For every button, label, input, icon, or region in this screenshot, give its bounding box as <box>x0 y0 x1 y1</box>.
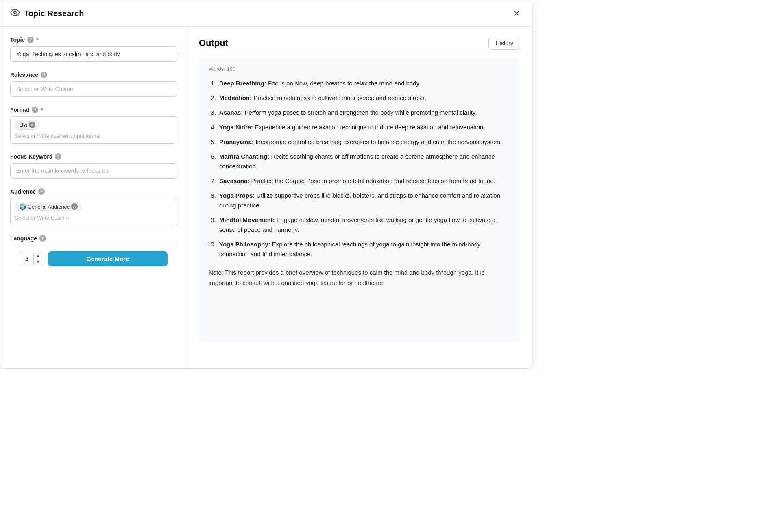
format-tag-label: List <box>19 122 27 128</box>
format-tag-list: List ✕ <box>15 120 39 130</box>
title-bar: Topic Research ✕ <box>0 0 532 27</box>
list-item: Mindful Movement: Engage in slow, mindfu… <box>218 215 510 235</box>
app-title: Topic Research <box>24 9 84 18</box>
list-item: Pranayama: Incorporate controlled breath… <box>218 137 510 147</box>
audience-tag-remove[interactable]: ✕ <box>71 203 78 210</box>
relevance-field-group: Relevance ? <box>10 72 177 97</box>
list-item: Yoga Props: Utilize supportive props lik… <box>218 191 510 210</box>
list-item: Asanas: Perform yoga poses to stretch an… <box>218 108 510 118</box>
relevance-input[interactable] <box>10 81 177 97</box>
format-required: * <box>41 107 43 113</box>
globe-icon: 🌍 <box>19 203 26 210</box>
language-field-group: Language ? <box>10 235 177 242</box>
topic-input[interactable] <box>10 46 177 62</box>
language-help-icon[interactable]: ? <box>39 235 46 242</box>
focus-keyword-help-icon[interactable]: ? <box>55 153 61 160</box>
topic-help-icon[interactable]: ? <box>27 37 34 43</box>
audience-tag-container[interactable]: 🌍 General Audience ✕ Select or Write Cus… <box>10 198 177 225</box>
stepper-down[interactable]: ▼ <box>34 259 43 265</box>
stepper-arrows: ▲ ▼ <box>33 253 43 265</box>
quantity-stepper[interactable]: 2 ▲ ▼ <box>20 251 43 266</box>
topic-field-group: Topic ? * <box>10 37 177 62</box>
list-item: Deep Breathing: Focus on slow, deep brea… <box>218 78 510 88</box>
output-list: Deep Breathing: Focus on slow, deep brea… <box>209 78 510 259</box>
app-icon <box>10 8 20 20</box>
focus-keyword-input[interactable] <box>10 163 177 179</box>
close-button[interactable]: ✕ <box>512 7 522 20</box>
audience-tag-label: General Audience <box>28 204 70 210</box>
bottom-bar: 2 ▲ ▼ Generate More <box>10 245 177 272</box>
language-label: Language ? <box>10 235 177 242</box>
stepper-value: 2 <box>20 255 33 262</box>
format-tags-row: List ✕ <box>15 120 173 130</box>
right-panel: Output History Words: 190 Deep Breathing… <box>187 27 532 368</box>
format-placeholder: Select or Write desired output format <box>15 132 173 140</box>
output-note: Note: This report provides a brief overv… <box>209 267 510 288</box>
audience-tags-row: 🌍 General Audience ✕ <box>15 202 173 211</box>
generate-more-button[interactable]: Generate More <box>48 251 168 266</box>
relevance-label: Relevance ? <box>10 72 177 78</box>
output-title: Output <box>199 38 228 48</box>
output-content: Words: 190 Deep Breathing: Focus on slow… <box>199 58 520 342</box>
audience-label: Audience ? <box>10 188 177 195</box>
audience-field-group: Audience ? 🌍 General Audience ✕ Select o… <box>10 188 177 225</box>
audience-tag-general: 🌍 General Audience ✕ <box>15 202 81 211</box>
history-button[interactable]: History <box>488 37 520 50</box>
title-left: Topic Research <box>10 8 84 20</box>
list-item: Meditation: Practice mindfulness to cult… <box>218 93 510 103</box>
stepper-up[interactable]: ▲ <box>34 253 43 259</box>
main-content: Topic ? * Relevance ? Format ? * <box>0 27 532 368</box>
list-item: Savasana: Practice the Corpse Pose to pr… <box>218 176 510 186</box>
focus-keyword-label: Focus Keyword ? <box>10 153 177 160</box>
audience-placeholder: Select or Write Custom <box>15 214 173 222</box>
list-item: Mantra Chanting: Recite soothing chants … <box>218 152 510 171</box>
relevance-help-icon[interactable]: ? <box>41 72 47 78</box>
topic-label: Topic ? * <box>10 37 177 43</box>
format-help-icon[interactable]: ? <box>32 107 38 113</box>
left-panel: Topic ? * Relevance ? Format ? * <box>0 27 187 368</box>
app-window: Topic Research ✕ Topic ? * Relevance ? <box>0 0 532 369</box>
output-header: Output History <box>199 37 520 50</box>
focus-keyword-field-group: Focus Keyword ? <box>10 153 177 179</box>
list-item: Yoga Nidra: Experience a guided relaxati… <box>218 122 510 132</box>
format-label: Format ? * <box>10 107 177 113</box>
format-tag-remove[interactable]: ✕ <box>29 122 35 128</box>
format-field-group: Format ? * List ✕ Select or Write desire… <box>10 107 177 144</box>
list-item: Yoga Philosophy: Explore the philosophic… <box>218 240 510 259</box>
audience-help-icon[interactable]: ? <box>38 188 45 195</box>
words-count: Words: 190 <box>209 66 510 72</box>
format-tag-container[interactable]: List ✕ Select or Write desired output fo… <box>10 116 177 144</box>
topic-required: * <box>36 37 38 43</box>
